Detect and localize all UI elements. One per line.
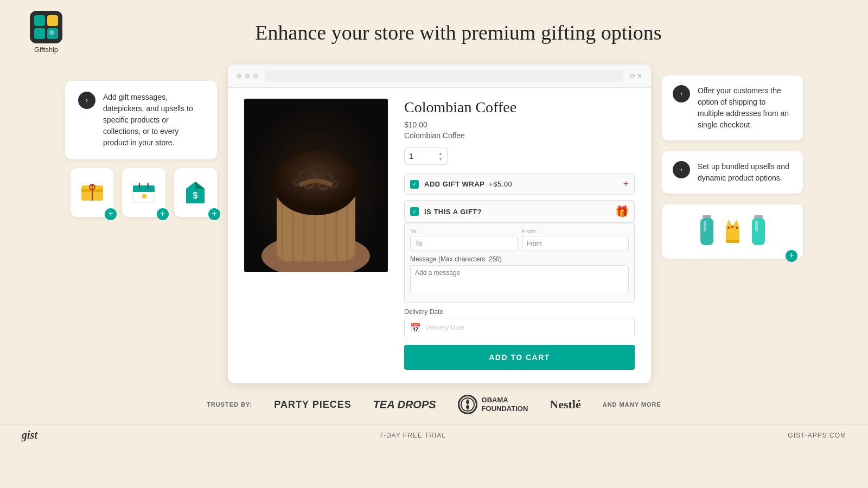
product-name: Colombian Coffee [404, 99, 635, 116]
price-tag-icon-box: $ + [174, 168, 217, 217]
message-label: Message (Max characters: 250) [410, 255, 629, 263]
quantity-input[interactable]: 1 ▲ ▼ [404, 147, 448, 165]
svg-rect-47 [752, 218, 765, 245]
gift-wrap-option[interactable]: ✓ ADD GIFT WRAP +$5.00 + [404, 174, 635, 195]
left-panel: › Add gift messages, datepickers, and up… [65, 65, 217, 217]
product-price: $10.00 [404, 120, 635, 129]
nestle-logo: Nestlé [550, 397, 580, 412]
svg-rect-9 [142, 194, 146, 198]
svg-rect-40 [704, 221, 706, 232]
browser-bar: ⟳ ✕ [228, 65, 651, 88]
feature-arrow-1[interactable]: › [78, 92, 95, 109]
is-gift-option[interactable]: ✓ Is this a gift? 🎁 [404, 200, 635, 223]
right-arrow-2[interactable]: › [673, 161, 690, 178]
browser-nav-icons: ⟳ ✕ [630, 72, 642, 80]
browser-url-bar[interactable] [265, 70, 623, 82]
price-tag-plus[interactable]: + [208, 208, 220, 220]
gift-wrap-checkbox[interactable]: ✓ [410, 180, 419, 189]
browser-dot-2 [245, 73, 250, 79]
feature-text-1: Add gift messages, datepickers, and upse… [103, 92, 204, 149]
svg-rect-46 [754, 215, 763, 218]
calendar-icon [130, 179, 157, 206]
product-image [244, 99, 388, 272]
calendar-plus[interactable]: + [157, 208, 169, 220]
to-input[interactable] [410, 236, 518, 251]
gift-card-icon [79, 179, 106, 206]
gift-wrap-label: ADD GIFT WRAP +$5.00 [424, 180, 618, 188]
qty-up-arrow[interactable]: ▲ [438, 151, 443, 156]
feature-card-1: › Add gift messages, datepickers, and up… [65, 81, 217, 159]
gift-wrap-add-icon: + [623, 178, 629, 190]
to-from-row: To From [410, 228, 629, 251]
header: 🔍 Giftship Enhance your store with premi… [0, 0, 868, 65]
right-panel: › Offer your customers the option of shi… [662, 65, 803, 259]
from-label: From [522, 228, 629, 234]
right-arrow-1[interactable]: › [673, 85, 690, 102]
svg-marker-11 [195, 182, 205, 189]
trusted-label: TRUSTED BY: [207, 401, 252, 408]
quantity-arrows[interactable]: ▲ ▼ [438, 151, 443, 162]
to-label: To [410, 228, 518, 234]
browser-dot-1 [237, 73, 242, 79]
page-title: Enhance your store with premium gifting … [71, 21, 846, 44]
message-textarea[interactable] [410, 265, 629, 293]
party-pieces-logo: PARTY PIECES [274, 399, 351, 410]
trusted-section: TRUSTED BY: PARTY PIECES TEA DROPS OBAMA… [0, 385, 868, 424]
gift-box-icon: 🎁 [615, 205, 629, 218]
svg-text:$: $ [193, 191, 198, 200]
delivery-date-input[interactable]: 📅 Delivery Date [404, 318, 635, 337]
svg-rect-39 [700, 218, 713, 245]
tea-drops-logo: TEA DROPS [373, 399, 436, 411]
product-details: Colombian Coffee $10.00 Colombian Coffee… [404, 99, 635, 370]
add-to-cart-button[interactable]: ADD TO CART [404, 345, 635, 370]
product-area: Colombian Coffee $10.00 Colombian Coffee… [228, 88, 651, 383]
from-field-group: From [522, 228, 629, 251]
obama-foundation-logo: OBAMAFOUNDATION [458, 395, 528, 414]
delivery-placeholder: Delivery Date [425, 324, 464, 331]
right-card-text-2: Set up bundled upsells and dynamic produ… [698, 161, 792, 184]
quantity-value: 1 [409, 152, 413, 160]
product-icons-box: + [662, 204, 803, 259]
product-variant: Colombian Coffee [404, 131, 635, 140]
logo-container: 🔍 Giftship [22, 11, 71, 54]
is-gift-label: Is this a gift? [424, 208, 610, 216]
app-logo-icon: 🔍 [30, 11, 62, 43]
logo-cell-teal-1 [34, 15, 45, 26]
bottle-icon-1 [696, 213, 718, 251]
footer-trial-text: 7-DAY FREE TRIAL [379, 432, 446, 439]
obama-circle-icon [458, 395, 477, 414]
coffee-image-svg [244, 99, 388, 272]
logo-cell-yellow [47, 15, 58, 26]
footer-website: GIST-APPS.COM [788, 432, 846, 439]
right-card-1: › Offer your customers the option of shi… [662, 75, 803, 140]
to-field-group: To [410, 228, 518, 251]
is-gift-checkbox[interactable]: ✓ [410, 207, 419, 216]
browser-dot-3 [253, 73, 258, 79]
main-content: › Add gift messages, datepickers, and up… [0, 65, 868, 383]
obama-text: OBAMAFOUNDATION [482, 396, 528, 413]
svg-point-45 [736, 227, 738, 229]
svg-rect-38 [703, 215, 711, 218]
qty-down-arrow[interactable]: ▼ [438, 157, 443, 162]
delivery-section: Delivery Date 📅 Delivery Date [404, 308, 635, 337]
calendar-icon-box: + [122, 168, 165, 217]
product-icons-plus[interactable]: + [786, 250, 797, 262]
browser-dots [237, 73, 258, 79]
icons-row: + + $ [65, 168, 217, 217]
svg-rect-42 [726, 240, 739, 243]
and-many-more: AND MANY MORE [603, 401, 661, 408]
footer-logo: gist [22, 429, 37, 441]
gift-card-icon-box: + [71, 168, 113, 217]
logo-cell-search: 🔍 [47, 28, 58, 39]
svg-marker-41 [726, 220, 739, 241]
gift-card-plus[interactable]: + [105, 208, 117, 220]
price-tag-icon: $ [182, 179, 209, 206]
gift-fields-section: To From Message (Max characters: 250) [404, 223, 635, 303]
from-input[interactable] [522, 236, 629, 251]
crown-icon [723, 217, 742, 247]
calendar-icon-small: 📅 [410, 323, 421, 333]
svg-rect-6 [133, 190, 155, 192]
logo-cell-teal-2 [34, 28, 45, 39]
right-card-text-1: Offer your customers the option of shipp… [698, 85, 792, 131]
logo-text: Giftship [34, 46, 58, 54]
